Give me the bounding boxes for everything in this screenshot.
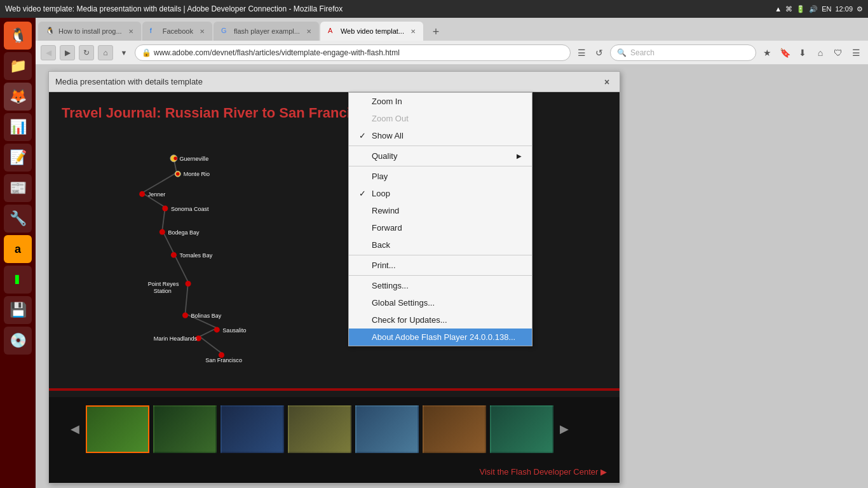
prev-thumb-button[interactable]: ◀ <box>68 422 82 436</box>
flash-title: Travel Journal: Russian River to San Fra… <box>49 92 620 128</box>
tab-4[interactable]: A Web video templat... ✕ <box>320 22 423 41</box>
ctx-back[interactable]: Back <box>349 236 532 254</box>
svg-text:Tomales Bay: Tomales Bay <box>179 252 212 259</box>
search-icon: 🔍 <box>617 48 627 57</box>
tab3-label: flash player exampl... <box>234 27 300 35</box>
red-bar <box>49 388 620 391</box>
ctx-about[interactable]: About Adobe Flash Player 24.0.0.138... <box>349 329 532 346</box>
svg-text:Sonoma Coast: Sonoma Coast <box>171 206 209 212</box>
modal-titlebar: Media presentation with details template… <box>49 72 620 92</box>
history-icon[interactable]: ▼ <box>117 46 131 60</box>
tab-2[interactable]: f Facebook ✕ <box>142 22 212 41</box>
ubuntu-icon[interactable]: 🐧 <box>4 22 32 50</box>
flash-content: Travel Journal: Russian River to San Fra… <box>49 92 620 397</box>
thumbnail-6[interactable] <box>423 405 486 453</box>
svg-point-12 <box>171 252 177 258</box>
url-bar[interactable]: 🔒 www.adobe.com/devnet/flash/articles/vi… <box>135 44 571 61</box>
lock-icon: 🔒 <box>142 48 151 57</box>
bookmark-list-icon[interactable]: 🔖 <box>778 46 792 60</box>
os-title: Web video template: Media presentation w… <box>5 4 342 13</box>
bluetooth-icon: ⌘ <box>785 5 792 13</box>
reload-icon[interactable]: ↺ <box>592 46 606 60</box>
svg-point-6 <box>139 191 145 197</box>
ctx-forward[interactable]: Forward <box>349 219 532 236</box>
browser-icon[interactable]: 🦊 <box>4 83 32 111</box>
search-placeholder: Search <box>630 48 654 57</box>
svg-text:Sausalito: Sausalito <box>222 327 246 334</box>
flash-title-main: Russian River to San Francisco <box>165 105 375 121</box>
refresh-button[interactable]: ↻ <box>79 45 94 60</box>
tab4-favicon: A <box>328 27 337 36</box>
thumbnail-3[interactable] <box>220 405 284 453</box>
shield-icon[interactable]: 🛡 <box>831 46 845 60</box>
thumbnail-2[interactable] <box>153 405 217 453</box>
menu-icon[interactable]: ☰ <box>849 46 863 60</box>
modal-close-button[interactable]: × <box>600 76 613 88</box>
home2-icon[interactable]: ⌂ <box>813 46 827 60</box>
impress-icon[interactable]: 📰 <box>4 174 32 202</box>
writer-icon[interactable]: 📝 <box>4 144 32 172</box>
hdd-icon[interactable]: 💾 <box>4 296 32 324</box>
tab2-label: Facebook <box>163 27 193 35</box>
tab4-label: Web video templat... <box>341 27 404 35</box>
download-icon[interactable]: ⬇ <box>796 46 810 60</box>
clock: 12:09 <box>835 5 853 13</box>
files-icon[interactable]: 📁 <box>4 52 32 80</box>
tab2-close[interactable]: ✕ <box>200 28 205 35</box>
settings-icon[interactable]: ⚙ <box>857 5 863 13</box>
ctx-zoom-in[interactable]: Zoom In <box>349 93 532 110</box>
thumbnail-7[interactable] <box>490 405 553 453</box>
svg-point-19 <box>214 327 220 332</box>
home-button[interactable]: ⌂ <box>98 45 113 60</box>
ctx-divider-2 <box>349 166 532 166</box>
tab1-close[interactable]: ✕ <box>128 28 133 35</box>
svg-text:Point Reyes: Point Reyes <box>148 281 179 287</box>
ctx-divider-4 <box>349 275 532 276</box>
spreadsheet-icon[interactable]: 📊 <box>4 113 32 141</box>
next-thumb-button[interactable]: ▶ <box>557 422 571 436</box>
ctx-zoom-out: Zoom Out <box>349 110 532 127</box>
thumbnail-1[interactable] <box>86 405 149 453</box>
map-svg: Guerneville Monte Rio Jenner Sonoma Coas… <box>62 124 303 365</box>
wifi-icon: ▲ <box>775 5 782 13</box>
forward-button[interactable]: ▶ <box>60 45 75 60</box>
new-tab-button[interactable]: + <box>427 23 445 41</box>
tools-icon[interactable]: 🔧 <box>4 205 32 233</box>
tab3-favicon: G <box>221 27 230 36</box>
tab-3[interactable]: G flash player exampl... ✕ <box>214 22 319 41</box>
ctx-global-settings[interactable]: Global Settings... <box>349 294 532 311</box>
svg-text:Bolinas Bay: Bolinas Bay <box>191 313 222 319</box>
search-bar[interactable]: 🔍 Search <box>610 44 756 61</box>
ctx-loop[interactable]: ✓Loop <box>349 185 532 202</box>
terminal-icon[interactable]: ▋ <box>4 266 32 294</box>
thumbnail-strip: ◀ ▶ <box>49 397 620 461</box>
modal-dialog: Media presentation with details template… <box>48 71 620 484</box>
ctx-print[interactable]: Print... <box>349 257 532 274</box>
ctx-rewind[interactable]: Rewind <box>349 202 532 219</box>
hdd2-icon[interactable]: 💿 <box>4 327 32 355</box>
tab4-close[interactable]: ✕ <box>410 28 416 35</box>
amazon-icon[interactable]: a <box>4 235 32 263</box>
os-titlebar: Web video template: Media presentation w… <box>0 0 868 18</box>
ctx-play[interactable]: Play <box>349 168 532 185</box>
thumbnail-4[interactable] <box>288 405 351 453</box>
keyboard-icon: EN <box>822 5 831 13</box>
ctx-settings[interactable]: Settings... <box>349 277 532 294</box>
bookmark-star-icon[interactable]: ★ <box>760 46 774 60</box>
reader-icon[interactable]: ☰ <box>574 46 588 60</box>
ctx-check-updates[interactable]: Check for Updates... <box>349 311 532 329</box>
thumbnail-5[interactable] <box>355 405 419 453</box>
nav-bar: ◀ ▶ ↻ ⌂ ▼ 🔒 www.adobe.com/devnet/flash/a… <box>36 41 868 65</box>
ctx-show-all[interactable]: ✓Show All <box>349 127 532 144</box>
back-button[interactable]: ◀ <box>41 45 56 60</box>
volume-icon: 🔊 <box>809 5 818 13</box>
ctx-divider-3 <box>349 255 532 255</box>
svg-point-1 <box>173 157 177 160</box>
tab3-close[interactable]: ✕ <box>306 28 311 35</box>
svg-text:Marin Headlands: Marin Headlands <box>154 336 198 342</box>
developer-center-link[interactable]: Visit the Flash Developer Center ▶ <box>479 467 607 477</box>
svg-point-8 <box>162 205 168 211</box>
ctx-quality[interactable]: Quality ▶ <box>349 147 532 165</box>
tab-1[interactable]: 🐧 How to install prog... ✕ <box>38 22 141 41</box>
url-text: www.adobe.com/devnet/flash/articles/vidt… <box>154 48 400 57</box>
